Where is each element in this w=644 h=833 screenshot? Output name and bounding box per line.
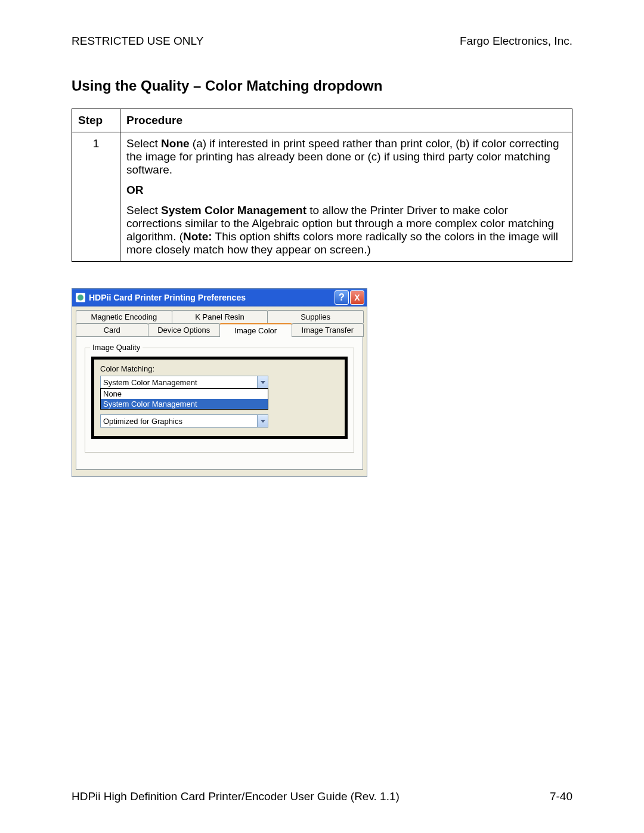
step-text: Select None (a) if interested in print s… xyxy=(120,132,572,262)
option-none: None xyxy=(161,137,190,150)
step-number: 1 xyxy=(72,132,120,262)
color-matching-label: Color Matching: xyxy=(100,364,339,373)
section-title: Using the Quality – Color Matching dropd… xyxy=(72,78,572,94)
color-matching-dropdown[interactable]: None System Color Management xyxy=(100,388,268,410)
footer-right: 7-40 xyxy=(550,790,572,803)
or-separator: OR xyxy=(126,184,566,197)
secondary-combo[interactable]: Optimized for Graphics xyxy=(100,414,268,428)
option-scm: System Color Management xyxy=(161,204,306,216)
help-button[interactable]: ? xyxy=(335,290,349,305)
color-matching-combo[interactable]: System Color Management xyxy=(100,376,268,389)
app-icon xyxy=(76,293,85,302)
tab-k-panel-resin[interactable]: K Panel Resin xyxy=(172,310,268,323)
note-label: Note: xyxy=(183,230,212,243)
titlebar[interactable]: HDPii Card Printer Printing Preferences … xyxy=(72,289,367,306)
text: (a) if interested in print speed rather … xyxy=(126,137,559,176)
chevron-down-icon[interactable] xyxy=(257,415,268,427)
image-quality-group: Image Quality Color Matching: System Col… xyxy=(85,348,354,453)
tab-card[interactable]: Card xyxy=(76,323,148,337)
tab-image-color[interactable]: Image Color xyxy=(219,323,292,337)
tab-magnetic-encoding[interactable]: Magnetic Encoding xyxy=(76,310,172,323)
header-right: Fargo Electronics, Inc. xyxy=(460,35,572,48)
col-procedure: Procedure xyxy=(120,109,572,132)
footer-left: HDPii High Definition Card Printer/Encod… xyxy=(72,790,400,803)
tab-device-options[interactable]: Device Options xyxy=(148,323,221,337)
tab-image-transfer[interactable]: Image Transfer xyxy=(292,323,364,337)
text: Select xyxy=(126,137,161,150)
combo-value: System Color Management xyxy=(101,378,257,387)
highlight-box: Color Matching: System Color Management … xyxy=(91,357,348,439)
chevron-down-icon[interactable] xyxy=(257,376,268,388)
close-button[interactable]: X xyxy=(350,290,364,305)
group-legend: Image Quality xyxy=(90,343,143,352)
tab-supplies[interactable]: Supplies xyxy=(267,310,364,323)
combo2-value: Optimized for Graphics xyxy=(101,417,257,426)
window-title: HDPii Card Printer Printing Preferences xyxy=(89,293,246,302)
procedure-table: Step Procedure 1 Select None (a) if inte… xyxy=(72,109,572,262)
tab-panel: Image Quality Color Matching: System Col… xyxy=(76,336,363,470)
preferences-dialog: HDPii Card Printer Printing Preferences … xyxy=(72,288,367,477)
col-step: Step xyxy=(72,109,120,132)
option-none[interactable]: None xyxy=(101,389,268,399)
option-system-color-management[interactable]: System Color Management xyxy=(101,399,268,409)
header-left: RESTRICTED USE ONLY xyxy=(72,35,203,48)
text: Select xyxy=(126,204,161,216)
